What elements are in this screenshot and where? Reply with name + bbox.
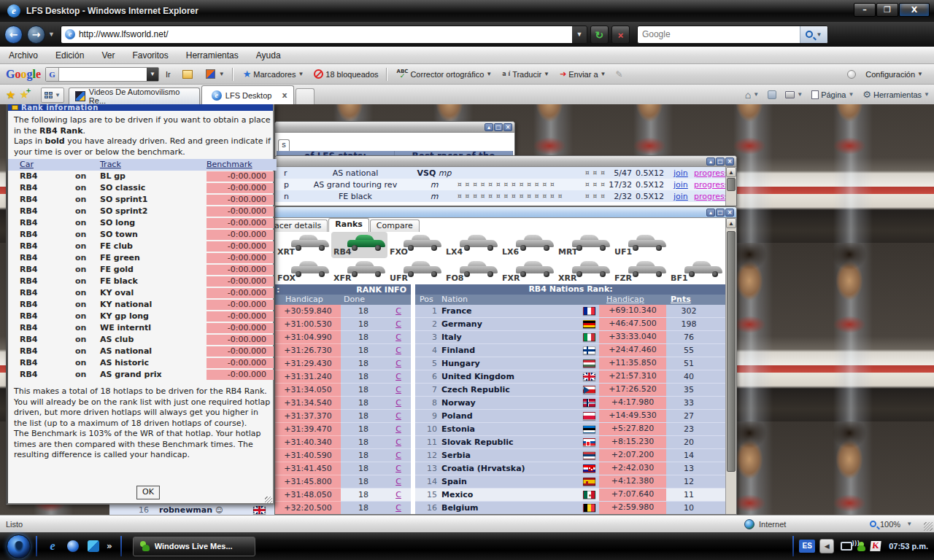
- menu-archivo[interactable]: Archivo: [0, 50, 47, 61]
- chart-link[interactable]: C: [386, 397, 411, 410]
- panel-title-bar[interactable]: Rank information: [8, 104, 273, 111]
- address-dropdown-icon[interactable]: ▼: [572, 26, 587, 43]
- hosts-scrollbar[interactable]: ▲: [725, 167, 736, 206]
- quicklaunch-ie-icon[interactable]: e: [45, 538, 61, 554]
- tab-lfs-desktop[interactable]: e LFS Desktop x: [201, 85, 294, 104]
- quicklaunch-messenger-icon[interactable]: [85, 538, 101, 554]
- page-menu-button[interactable]: Página▼: [807, 86, 858, 104]
- menu-favoritos[interactable]: Favoritos: [123, 50, 177, 61]
- quick-tabs-button[interactable]: ▼: [41, 88, 64, 103]
- ranks-window-title-bar[interactable]: ▴ □ ×: [275, 207, 736, 218]
- antivirus-icon[interactable]: K: [870, 541, 881, 551]
- chart-link[interactable]: C: [386, 475, 411, 489]
- scrollbar-thumb[interactable]: [727, 231, 736, 472]
- spellcheck-button[interactable]: ABC✓ Corrector ortográfico▼: [393, 66, 496, 82]
- tab-compare[interactable]: Compare: [370, 219, 420, 232]
- forward-button[interactable]: →: [27, 26, 45, 44]
- menu-edicion[interactable]: Edición: [47, 50, 93, 61]
- close-icon[interactable]: ×: [725, 209, 734, 217]
- car-xrr[interactable]: XRR: [556, 258, 612, 284]
- car-fxo[interactable]: FXO: [387, 232, 444, 258]
- address-input[interactable]: e http://www.lfsworld.net/: [61, 26, 572, 43]
- notebook-button[interactable]: [177, 66, 198, 82]
- racer-name[interactable]: robnewman: [159, 505, 212, 515]
- menu-herramientas[interactable]: Herramientas: [177, 50, 247, 61]
- col-car[interactable]: Car: [20, 160, 72, 171]
- progress-link[interactable]: progress: [694, 168, 729, 178]
- refresh-button[interactable]: ↻: [590, 26, 609, 44]
- chart-link[interactable]: C: [386, 410, 411, 423]
- quicklaunch-media-icon[interactable]: [65, 538, 81, 554]
- car-fox[interactable]: FOX: [275, 258, 331, 284]
- car-lx4[interactable]: LX4: [444, 232, 500, 258]
- car-lx6[interactable]: LX6: [500, 232, 556, 258]
- google-go-button[interactable]: Ir: [162, 66, 174, 82]
- car-ufr[interactable]: UFR: [387, 258, 444, 284]
- minimize-button[interactable]: –: [854, 3, 876, 17]
- col-pnts[interactable]: Pnts: [671, 295, 691, 304]
- progress-link[interactable]: progress: [694, 180, 729, 190]
- col-track[interactable]: Track: [100, 160, 207, 171]
- car-mrt[interactable]: MRT: [556, 232, 612, 258]
- ok-button[interactable]: OK: [136, 486, 160, 499]
- menu-ver[interactable]: Ver: [93, 50, 123, 61]
- close-icon[interactable]: ×: [725, 158, 734, 166]
- stats-tab[interactable]: s: [278, 139, 290, 151]
- history-dropdown-icon[interactable]: ▼: [48, 31, 55, 38]
- window-resize-grip[interactable]: [924, 522, 933, 531]
- google-search-dropdown-icon[interactable]: ▼: [147, 68, 158, 81]
- clock[interactable]: 07:53 p.m.: [889, 542, 928, 551]
- close-icon[interactable]: ×: [503, 123, 512, 131]
- zoom-control[interactable]: 100% ▼: [870, 520, 912, 529]
- join-link[interactable]: join: [674, 180, 688, 190]
- search-provider-dropdown-icon[interactable]: ▼: [816, 31, 822, 38]
- chart-link[interactable]: C: [386, 357, 411, 370]
- chart-link[interactable]: C: [386, 305, 411, 318]
- car-bf1[interactable]: BF1: [668, 258, 725, 284]
- favorites-center-icon[interactable]: ★: [6, 88, 15, 101]
- chart-link[interactable]: C: [386, 370, 411, 384]
- start-button[interactable]: [7, 534, 31, 559]
- zoom-dropdown-icon[interactable]: ▼: [906, 521, 912, 527]
- resize-grip[interactable]: [265, 497, 272, 504]
- task-button-messenger[interactable]: Windows Live Mes...: [133, 537, 255, 556]
- translate-button[interactable]: a í Traducir▼: [498, 66, 553, 82]
- search-input[interactable]: [638, 29, 800, 39]
- restore-icon[interactable]: □: [716, 209, 725, 217]
- send-to-button[interactable]: ➜ Enviar a▼: [556, 66, 610, 82]
- popup-blocker-button[interactable]: 18 bloqueados: [310, 66, 382, 82]
- car-xfr[interactable]: XFR: [331, 258, 387, 284]
- add-favorite-icon[interactable]: ★+: [19, 88, 28, 101]
- chart-link[interactable]: C: [386, 436, 411, 449]
- tab-racer-details[interactable]: acer details: [274, 219, 328, 232]
- home-button[interactable]: ⌂▼: [741, 86, 763, 104]
- shade-icon[interactable]: ▴: [485, 123, 493, 131]
- menu-ayuda[interactable]: Ayuda: [247, 50, 290, 61]
- join-link[interactable]: join: [674, 192, 688, 201]
- chart-link[interactable]: C: [386, 489, 411, 502]
- bookmarks-button[interactable]: ★ Marcadores▼: [239, 66, 308, 82]
- restore-button[interactable]: ❐: [876, 3, 898, 17]
- back-button[interactable]: ←: [4, 26, 23, 44]
- feeds-button[interactable]: [763, 86, 781, 104]
- car-uf1[interactable]: UF1: [612, 232, 668, 258]
- chart-link[interactable]: C: [386, 449, 411, 462]
- restore-icon[interactable]: □: [716, 158, 725, 166]
- car-rb4-selected[interactable]: RB4: [331, 232, 387, 258]
- chart-link[interactable]: C: [386, 502, 411, 515]
- shade-icon[interactable]: ▴: [706, 158, 715, 166]
- join-link[interactable]: join: [674, 168, 688, 178]
- tab-ranks[interactable]: Ranks: [328, 218, 369, 232]
- print-button[interactable]: ▼: [781, 86, 807, 104]
- google-search-box[interactable]: G ▼: [45, 67, 159, 82]
- toolbar-settings-button[interactable]: Configuración▼: [862, 66, 927, 82]
- col-handicap-right[interactable]: Handicap: [606, 295, 644, 304]
- chart-link[interactable]: C: [386, 331, 411, 344]
- messenger-tray-icon[interactable]: [857, 542, 866, 551]
- scrollbar-thumb[interactable]: [727, 178, 736, 191]
- gadget-button[interactable]: ▼: [201, 66, 228, 82]
- stop-button[interactable]: ×: [611, 26, 630, 44]
- close-button[interactable]: X: [899, 3, 930, 17]
- scroll-up-icon[interactable]: ▲: [726, 167, 736, 177]
- language-indicator[interactable]: ES: [799, 540, 815, 553]
